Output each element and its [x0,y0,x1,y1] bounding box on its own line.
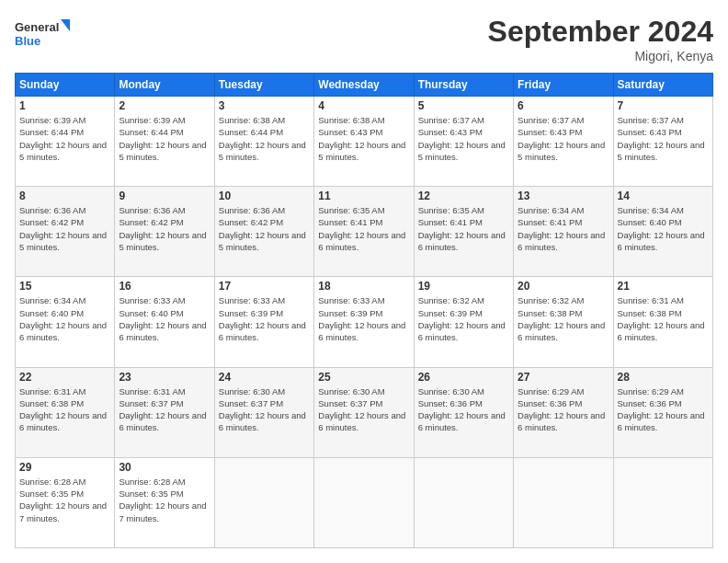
sunset-label: Sunset: 6:42 PM [219,217,283,227]
sunset-label: Sunset: 6:38 PM [518,308,582,318]
day-info: Sunrise: 6:34 AM Sunset: 6:40 PM Dayligh… [618,204,709,253]
sunrise-label: Sunrise: 6:33 AM [318,295,384,305]
day-number: 19 [418,280,509,293]
day-cell: 20 Sunrise: 6:32 AM Sunset: 6:38 PM Dayl… [514,277,613,367]
daylight-label: Daylight: 12 hours and 5 minutes. [119,140,206,162]
day-header-wednesday: Wednesday [314,74,414,97]
day-number: 7 [618,99,709,112]
day-info: Sunrise: 6:39 AM Sunset: 6:44 PM Dayligh… [19,114,110,163]
sunrise-label: Sunrise: 6:37 AM [418,115,484,125]
daylight-label: Daylight: 12 hours and 7 minutes. [119,500,206,523]
logo-svg: General Blue [15,15,70,52]
daylight-label: Daylight: 12 hours and 6 minutes. [318,320,405,342]
daylight-label: Daylight: 12 hours and 5 minutes. [318,140,405,162]
daylight-label: Daylight: 12 hours and 6 minutes. [318,410,405,432]
sunset-label: Sunset: 6:40 PM [119,308,183,318]
sunset-label: Sunset: 6:37 PM [318,398,382,408]
daylight-label: Daylight: 12 hours and 6 minutes. [219,410,306,432]
week-row-3: 15 Sunrise: 6:34 AM Sunset: 6:40 PM Dayl… [16,277,713,367]
day-info: Sunrise: 6:31 AM Sunset: 6:38 PM Dayligh… [618,294,709,343]
day-cell [214,457,313,547]
day-number: 6 [518,99,609,112]
day-cell: 14 Sunrise: 6:34 AM Sunset: 6:40 PM Dayl… [613,187,712,277]
day-info: Sunrise: 6:29 AM Sunset: 6:36 PM Dayligh… [518,385,609,434]
calendar-table: SundayMondayTuesdayWednesdayThursdayFrid… [15,73,713,548]
sunrise-label: Sunrise: 6:36 AM [19,205,85,215]
header: General Blue September 2024 Migori, Keny… [15,15,713,63]
sunset-label: Sunset: 6:39 PM [318,308,382,318]
sunset-label: Sunset: 6:43 PM [418,127,483,137]
day-number: 22 [19,371,110,384]
sunrise-label: Sunrise: 6:29 AM [518,386,584,396]
week-row-1: 1 Sunrise: 6:39 AM Sunset: 6:44 PM Dayli… [16,97,713,187]
sunrise-label: Sunrise: 6:29 AM [618,386,684,396]
day-cell [314,457,414,547]
day-cell: 24 Sunrise: 6:30 AM Sunset: 6:37 PM Dayl… [214,367,313,457]
day-info: Sunrise: 6:35 AM Sunset: 6:41 PM Dayligh… [318,204,409,253]
sunrise-label: Sunrise: 6:33 AM [219,295,285,305]
day-cell: 21 Sunrise: 6:31 AM Sunset: 6:38 PM Dayl… [613,277,712,367]
day-info: Sunrise: 6:38 AM Sunset: 6:44 PM Dayligh… [219,114,310,163]
day-number: 18 [318,280,409,293]
sunset-label: Sunset: 6:40 PM [618,217,682,227]
day-info: Sunrise: 6:30 AM Sunset: 6:37 PM Dayligh… [219,385,310,434]
day-info: Sunrise: 6:33 AM Sunset: 6:39 PM Dayligh… [318,294,409,343]
daylight-label: Daylight: 12 hours and 5 minutes. [219,140,306,162]
day-number: 28 [618,371,709,384]
day-number: 16 [119,280,210,293]
day-info: Sunrise: 6:30 AM Sunset: 6:36 PM Dayligh… [418,385,509,434]
day-cell [613,457,712,547]
sunset-label: Sunset: 6:35 PM [119,488,183,499]
day-info: Sunrise: 6:37 AM Sunset: 6:43 PM Dayligh… [518,114,609,163]
sunrise-label: Sunrise: 6:31 AM [119,386,185,396]
sunrise-label: Sunrise: 6:28 AM [19,477,85,487]
title-area: September 2024 Migori, Kenya [488,15,713,63]
day-number: 15 [19,280,110,293]
day-number: 5 [418,99,509,112]
day-header-sunday: Sunday [16,74,115,97]
sunrise-label: Sunrise: 6:34 AM [518,205,584,215]
daylight-label: Daylight: 12 hours and 5 minutes. [119,230,206,252]
page: General Blue September 2024 Migori, Keny… [0,0,728,563]
sunset-label: Sunset: 6:40 PM [19,308,84,318]
day-cell: 27 Sunrise: 6:29 AM Sunset: 6:36 PM Dayl… [514,367,613,457]
day-number: 4 [318,99,409,112]
day-info: Sunrise: 6:38 AM Sunset: 6:43 PM Dayligh… [318,114,409,163]
sunset-label: Sunset: 6:38 PM [19,398,84,408]
sunset-label: Sunset: 6:36 PM [518,398,582,408]
sunrise-label: Sunrise: 6:37 AM [618,115,684,125]
day-header-saturday: Saturday [613,74,712,97]
sunset-label: Sunset: 6:44 PM [19,127,84,137]
sunrise-label: Sunrise: 6:39 AM [19,115,85,125]
day-cell: 12 Sunrise: 6:35 AM Sunset: 6:41 PM Dayl… [414,187,513,277]
day-cell: 6 Sunrise: 6:37 AM Sunset: 6:43 PM Dayli… [514,97,613,187]
daylight-label: Daylight: 12 hours and 6 minutes. [618,320,705,342]
sunset-label: Sunset: 6:42 PM [19,217,84,227]
sunset-label: Sunset: 6:36 PM [618,398,682,408]
sunset-label: Sunset: 6:44 PM [219,127,283,137]
sunrise-label: Sunrise: 6:34 AM [618,205,684,215]
daylight-label: Daylight: 12 hours and 6 minutes. [418,410,506,432]
day-cell: 2 Sunrise: 6:39 AM Sunset: 6:44 PM Dayli… [115,97,214,187]
sunrise-label: Sunrise: 6:35 AM [418,205,484,215]
sunset-label: Sunset: 6:35 PM [19,488,84,499]
sunrise-label: Sunrise: 6:30 AM [418,386,484,396]
header-row: SundayMondayTuesdayWednesdayThursdayFrid… [16,74,713,97]
day-cell: 10 Sunrise: 6:36 AM Sunset: 6:42 PM Dayl… [214,187,313,277]
sunrise-label: Sunrise: 6:33 AM [119,295,185,305]
day-info: Sunrise: 6:37 AM Sunset: 6:43 PM Dayligh… [618,114,709,163]
sunrise-label: Sunrise: 6:30 AM [318,386,384,396]
day-info: Sunrise: 6:30 AM Sunset: 6:37 PM Dayligh… [318,385,409,434]
day-info: Sunrise: 6:36 AM Sunset: 6:42 PM Dayligh… [219,204,310,253]
sunrise-label: Sunrise: 6:28 AM [119,477,185,487]
sunrise-label: Sunrise: 6:39 AM [119,115,185,125]
sunset-label: Sunset: 6:44 PM [119,127,183,137]
day-info: Sunrise: 6:33 AM Sunset: 6:40 PM Dayligh… [119,294,210,343]
sunset-label: Sunset: 6:42 PM [119,217,183,227]
daylight-label: Daylight: 12 hours and 5 minutes. [518,140,605,162]
day-info: Sunrise: 6:28 AM Sunset: 6:35 PM Dayligh… [119,476,210,524]
day-header-friday: Friday [514,74,613,97]
sunset-label: Sunset: 6:38 PM [618,308,682,318]
day-number: 17 [219,280,310,293]
sunset-label: Sunset: 6:41 PM [318,217,382,227]
